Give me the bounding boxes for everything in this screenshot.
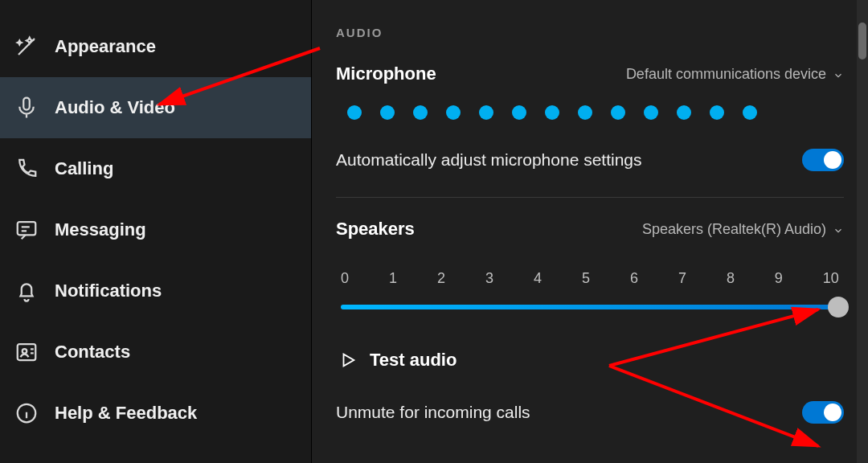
speakers-volume-slider[interactable]	[341, 295, 839, 319]
scrollbar-thumb[interactable]	[858, 23, 866, 59]
section-title-audio: AUDIO	[336, 26, 844, 39]
microphone-row: Microphone Default communications device	[336, 64, 844, 84]
auto-adjust-label: Automatically adjust microphone settings	[336, 150, 642, 170]
sidebar-item-contacts[interactable]: Contacts	[0, 322, 311, 383]
sidebar-item-label: Notifications	[55, 281, 162, 301]
sidebar-item-help-feedback[interactable]: Help & Feedback	[0, 383, 311, 444]
unmute-toggle[interactable]	[802, 401, 844, 424]
mic-level-dot	[677, 105, 691, 120]
slider-tick: 6	[630, 270, 638, 287]
bell-icon	[14, 279, 39, 303]
mic-level-dot	[710, 105, 724, 120]
slider-tick: 8	[727, 270, 735, 287]
mic-level-dot	[743, 105, 757, 120]
slider-tick: 5	[582, 270, 590, 287]
divider	[336, 197, 844, 198]
sidebar-item-calling[interactable]: Calling	[0, 138, 311, 199]
sidebar-item-messaging[interactable]: Messaging	[0, 199, 311, 260]
phone-icon	[14, 157, 39, 181]
sidebar-item-label: Audio & Video	[55, 97, 175, 118]
slider-tick: 7	[678, 270, 686, 287]
microphone-label: Microphone	[336, 64, 436, 84]
contacts-icon	[14, 340, 39, 364]
mic-level-dot	[347, 105, 362, 120]
slider-tick: 3	[485, 270, 493, 287]
unmute-row: Unmute for incoming calls	[336, 398, 844, 424]
mic-level-dot	[446, 105, 461, 120]
sidebar-item-label: Help & Feedback	[55, 403, 197, 424]
speakers-device-value: Speakers (Realtek(R) Audio)	[642, 221, 826, 238]
mic-level-dot	[413, 105, 428, 120]
svg-marker-5	[344, 354, 354, 367]
sidebar-item-label: Calling	[55, 158, 113, 179]
mic-level-dot	[611, 105, 625, 120]
chat-icon	[14, 218, 39, 242]
mic-level-dot	[545, 105, 559, 120]
sidebar-item-appearance[interactable]: Appearance	[0, 16, 311, 77]
settings-sidebar: Appearance Audio & Video Calling Messagi…	[0, 0, 312, 463]
sidebar-item-notifications[interactable]: Notifications	[0, 260, 311, 322]
sidebar-item-label: Messaging	[55, 219, 146, 240]
speakers-row: Speakers Speakers (Realtek(R) Audio)	[336, 219, 844, 240]
svg-point-3	[23, 349, 27, 354]
slider-handle[interactable]	[828, 297, 849, 318]
mic-level-dot	[380, 105, 395, 120]
wand-icon	[14, 35, 39, 59]
microphone-level-meter	[336, 100, 844, 145]
mic-level-dot	[479, 105, 493, 120]
scrollbar[interactable]	[857, 0, 868, 463]
info-icon	[14, 401, 39, 425]
mic-level-dot	[512, 105, 526, 120]
unmute-label: Unmute for incoming calls	[336, 403, 530, 422]
test-audio-button[interactable]: Test audio	[336, 345, 844, 398]
chevron-down-icon	[833, 68, 844, 80]
speakers-device-dropdown[interactable]: Speakers (Realtek(R) Audio)	[642, 221, 844, 238]
mic-level-dot	[644, 105, 658, 120]
speakers-label: Speakers	[336, 219, 415, 240]
microphone-device-dropdown[interactable]: Default communications device	[626, 66, 844, 83]
microphone-device-value: Default communications device	[626, 66, 826, 83]
sidebar-item-audio-video[interactable]: Audio & Video	[0, 77, 311, 138]
mic-level-dot	[578, 105, 592, 120]
slider-tick: 10	[823, 270, 839, 287]
slider-track	[341, 305, 839, 309]
slider-tick: 1	[389, 270, 397, 287]
test-audio-label: Test audio	[370, 350, 457, 371]
chevron-down-icon	[833, 223, 844, 235]
sidebar-item-label: Contacts	[55, 342, 130, 363]
svg-rect-1	[18, 222, 36, 235]
slider-tick: 9	[775, 270, 783, 287]
speakers-slider-ticks: 012345678910	[336, 256, 844, 295]
slider-tick: 0	[341, 270, 349, 287]
audio-settings-panel: AUDIO Microphone Default communications …	[312, 0, 868, 463]
slider-tick: 4	[534, 270, 542, 287]
play-icon	[339, 351, 357, 369]
slider-tick: 2	[437, 270, 445, 287]
sidebar-item-label: Appearance	[55, 36, 156, 57]
auto-adjust-toggle[interactable]	[802, 149, 844, 171]
auto-adjust-row: Automatically adjust microphone settings	[336, 145, 844, 194]
svg-rect-0	[23, 98, 30, 110]
microphone-icon	[14, 96, 39, 120]
